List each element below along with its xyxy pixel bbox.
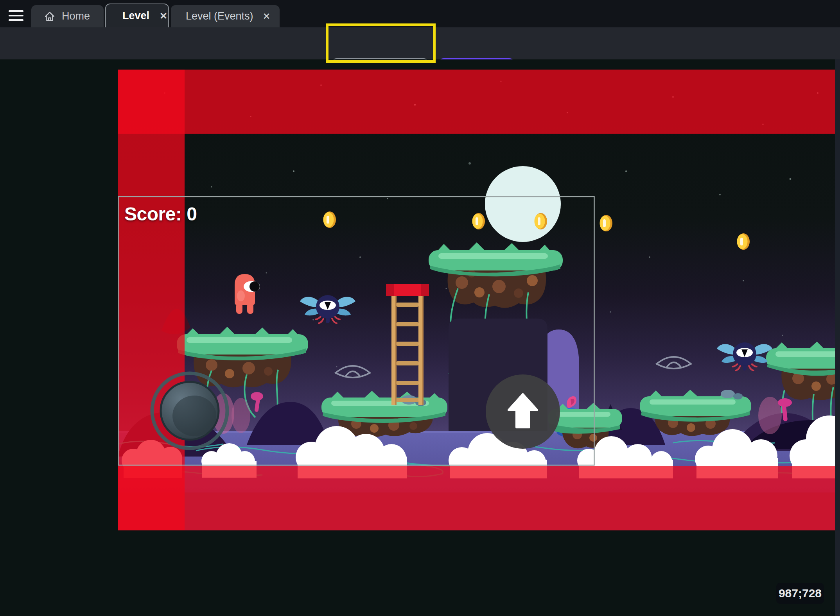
tab-level-events[interactable]: Level (Events) ✕ xyxy=(171,5,280,27)
tab-home[interactable]: Home xyxy=(31,5,104,27)
joystick-control[interactable] xyxy=(152,373,227,448)
tab-bar: Home Level ✕ Level (Events) ✕ xyxy=(0,0,840,27)
cursor-coordinates-badge: 987;728 xyxy=(776,583,824,604)
close-icon[interactable]: ✕ xyxy=(160,11,167,21)
game-scene xyxy=(118,70,835,530)
tab-label: Level xyxy=(122,10,149,22)
level-editor-canvas[interactable]: Score: 0 987;728 xyxy=(0,59,840,616)
gdevelop-editor-window: Home Level ✕ Level (Events) ✕ xyxy=(0,0,840,616)
score-text: Score: 0 xyxy=(124,203,197,225)
moon xyxy=(485,166,561,242)
home-icon xyxy=(44,11,56,22)
close-icon[interactable]: ✕ xyxy=(263,12,271,21)
menu-icon[interactable] xyxy=(9,10,23,22)
tab-label: Level (Events) xyxy=(186,10,253,22)
jump-button[interactable] xyxy=(486,374,560,449)
tab-level[interactable]: Level ✕ xyxy=(105,4,169,27)
tab-label: Home xyxy=(62,10,90,22)
panel-edge xyxy=(835,59,840,616)
toolbar: Preview Publish xyxy=(0,27,840,59)
